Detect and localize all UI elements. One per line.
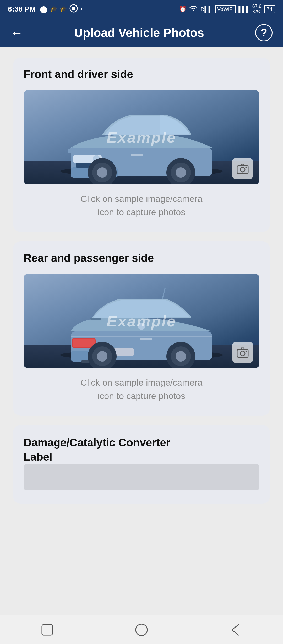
app-bar: ← Upload Vehicle Photos ? bbox=[0, 18, 283, 47]
svg-point-31 bbox=[176, 351, 186, 362]
page-title: Upload Vehicle Photos bbox=[23, 26, 255, 40]
dot-icon: • bbox=[80, 5, 83, 13]
svg-point-14 bbox=[176, 167, 186, 178]
svg-rect-24 bbox=[73, 339, 95, 347]
front-car-svg bbox=[24, 90, 259, 184]
damage-catalytic-card: Damage/Catalytic ConverterLabel bbox=[13, 425, 270, 504]
battery-icon: 74 bbox=[264, 5, 275, 13]
svg-point-1 bbox=[72, 7, 75, 10]
status-icons-right: ⏰ R▌▌ VoWiFi ▌▌▌ 67.6K/S 74 bbox=[179, 4, 275, 15]
front-driver-instruction: Click on sample image/cameraicon to capt… bbox=[24, 192, 259, 219]
svg-point-18 bbox=[246, 167, 247, 168]
nav-square-button[interactable] bbox=[37, 619, 58, 640]
front-driver-image[interactable]: Example bbox=[24, 90, 259, 184]
nav-back-button[interactable] bbox=[225, 619, 246, 640]
status-bar: 6:38 PM ⬤ 🎓 🎓 • ⏰ R▌▌ VoWiF bbox=[0, 0, 283, 18]
front-driver-card: Front and driver side bbox=[13, 58, 270, 232]
moon-icon: ⬤ bbox=[40, 5, 47, 13]
svg-line-36 bbox=[162, 288, 165, 299]
front-driver-title: Front and driver side bbox=[24, 68, 259, 81]
svg-point-41 bbox=[136, 624, 147, 636]
nav-home-button[interactable] bbox=[131, 619, 152, 640]
rear-passenger-instruction: Click on sample image/cameraicon to capt… bbox=[24, 376, 259, 403]
damage-image-stub bbox=[24, 464, 259, 490]
camera-icon-rear bbox=[236, 346, 249, 359]
rear-passenger-image-wrapper[interactable]: Example bbox=[24, 274, 259, 368]
svg-rect-21 bbox=[90, 318, 101, 320]
signal-bars-icon: ▌▌▌ bbox=[238, 6, 250, 12]
rear-passenger-title: Rear and passenger side bbox=[24, 252, 259, 264]
help-button[interactable]: ? bbox=[255, 24, 273, 41]
app-icon-3 bbox=[69, 4, 78, 14]
app-icon-1: 🎓 bbox=[50, 6, 57, 13]
back-button[interactable]: ← bbox=[10, 26, 23, 40]
camera-icon bbox=[236, 162, 249, 175]
status-time: 6:38 PM bbox=[8, 5, 36, 13]
status-left: 6:38 PM ⬤ 🎓 🎓 • bbox=[8, 4, 83, 14]
status-icons-left: ⬤ 🎓 🎓 • bbox=[40, 4, 83, 14]
svg-point-17 bbox=[240, 167, 245, 172]
speed-indicator: 67.6K/S bbox=[252, 4, 262, 15]
damage-catalytic-title: Damage/Catalytic ConverterLabel bbox=[24, 436, 170, 463]
alarm-icon: ⏰ bbox=[179, 6, 186, 13]
front-driver-image-wrapper[interactable]: Example bbox=[24, 90, 259, 184]
bottom-nav bbox=[0, 615, 283, 644]
rear-camera-button[interactable] bbox=[232, 342, 253, 363]
svg-rect-40 bbox=[42, 625, 52, 635]
rear-passenger-card: Rear and passenger side bbox=[13, 241, 270, 416]
svg-rect-35 bbox=[140, 338, 152, 340]
front-camera-button[interactable] bbox=[232, 158, 253, 179]
svg-rect-15 bbox=[131, 154, 143, 156]
svg-point-38 bbox=[240, 351, 245, 356]
main-content: Front and driver side bbox=[0, 47, 283, 615]
rear-car-svg bbox=[24, 274, 259, 368]
signal-icon: R▌▌ bbox=[200, 6, 213, 12]
svg-point-34 bbox=[97, 351, 107, 362]
app-icon-2: 🎓 bbox=[60, 6, 67, 13]
svg-point-11 bbox=[97, 167, 107, 178]
svg-point-26 bbox=[138, 323, 145, 330]
wifi-icon bbox=[189, 5, 198, 14]
rear-passenger-image[interactable]: Example bbox=[24, 274, 259, 368]
vowifi-label: VoWiFi bbox=[215, 5, 236, 13]
svg-point-39 bbox=[246, 351, 247, 352]
svg-rect-28 bbox=[81, 360, 89, 363]
